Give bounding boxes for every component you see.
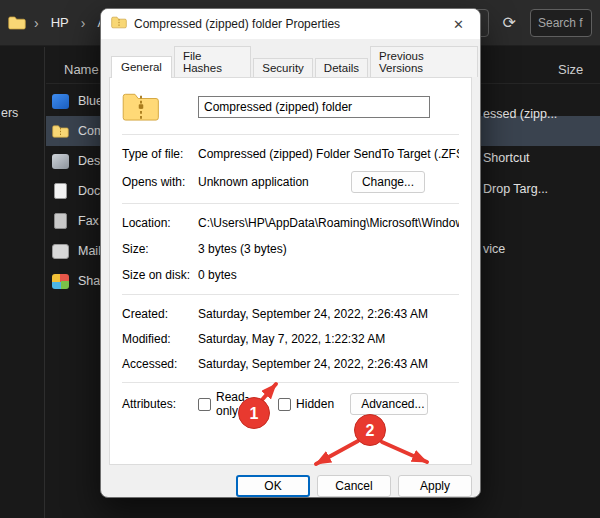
cancel-button[interactable]: Cancel: [317, 475, 391, 497]
column-header-size[interactable]: Size: [558, 62, 583, 77]
dialog-footer: OK Cancel Apply: [101, 465, 480, 498]
properties-dialog: Compressed (zipped) folder Properties ✕ …: [100, 8, 481, 498]
search-text: Search f: [538, 16, 583, 30]
sidebar-item-fragment[interactable]: ers: [1, 106, 18, 120]
sharex-icon: [52, 274, 69, 289]
filename-input[interactable]: [198, 96, 430, 118]
field-row-location: Location: C:\Users\HP\AppData\Roaming\Mi…: [122, 210, 459, 236]
field-row-opens-with: Opens with: Unknown application Change..…: [122, 167, 459, 197]
hidden-checkbox[interactable]: [278, 398, 291, 411]
tab-file-hashes[interactable]: File Hashes: [174, 46, 251, 77]
field-row-size-on-disk: Size on disk: 0 bytes: [122, 262, 459, 288]
mail-icon: [52, 244, 69, 259]
change-button[interactable]: Change...: [351, 171, 425, 193]
apply-button[interactable]: Apply: [398, 475, 472, 497]
field-value: Saturday, September 24, 2022, 2:26:43 AM: [198, 357, 459, 371]
field-value: 3 bytes (3 bytes): [198, 242, 459, 256]
tab-details[interactable]: Details: [315, 58, 368, 77]
filename-row: [122, 86, 459, 128]
field-label: Created:: [122, 307, 198, 321]
bluetooth-icon: [52, 94, 69, 109]
field-value: Saturday, May 7, 2022, 1:22:32 AM: [198, 332, 459, 346]
field-value: 0 bytes: [198, 268, 459, 282]
field-row-modified: Modified: Saturday, May 7, 2022, 1:22:32…: [122, 326, 459, 351]
tab-general[interactable]: General: [111, 56, 172, 78]
fax-icon: [54, 213, 67, 229]
tab-security[interactable]: Security: [253, 58, 313, 77]
field-label: Modified:: [122, 332, 198, 346]
tab-previous-versions[interactable]: Previous Versions: [370, 46, 478, 77]
desktop-icon: [52, 154, 69, 169]
dialog-title: Compressed (zipped) folder Properties: [134, 17, 447, 31]
attributes-row: Attributes: Read-only Hidden Advanced...: [122, 389, 459, 419]
field-row-type: Type of file: Compressed (zipped) Folder…: [122, 141, 459, 167]
field-label: Size on disk:: [122, 268, 198, 282]
tab-strip: General File Hashes Security Details Pre…: [101, 46, 480, 77]
folder-icon: [8, 16, 26, 30]
divider: [122, 294, 459, 295]
file-type-fragment: Shortcut: [483, 151, 530, 165]
read-only-checkbox-group[interactable]: Read-only: [198, 390, 262, 418]
field-row-size: Size: 3 bytes (3 bytes): [122, 236, 459, 262]
field-label: Opens with:: [122, 175, 198, 189]
checkbox-label: Read-only: [216, 390, 262, 418]
advanced-button[interactable]: Advanced...: [350, 393, 428, 415]
field-row-created: Created: Saturday, September 24, 2022, 2…: [122, 301, 459, 326]
field-label: Location:: [122, 216, 198, 230]
ok-button[interactable]: OK: [236, 475, 310, 497]
field-value: Unknown application: [198, 175, 309, 189]
hidden-checkbox-group[interactable]: Hidden: [278, 397, 334, 411]
field-label: Attributes:: [122, 397, 198, 411]
refresh-button[interactable]: ⟳: [499, 11, 520, 34]
zip-folder-icon: [122, 91, 198, 124]
document-icon: [54, 183, 67, 199]
field-row-accessed: Accessed: Saturday, September 24, 2022, …: [122, 351, 459, 376]
zip-folder-icon: [52, 124, 69, 139]
breadcrumb-chevron-icon: ›: [79, 15, 88, 31]
field-label: Type of file:: [122, 147, 198, 161]
divider: [122, 382, 459, 383]
column-header-name[interactable]: Name: [64, 62, 99, 77]
breadcrumb-chevron-icon: ›: [32, 15, 41, 31]
file-type-fragment: Drop Targ...: [483, 182, 548, 196]
field-label: Accessed:: [122, 357, 198, 371]
file-type-fragment: essed (zipp...: [483, 107, 557, 121]
field-value: Saturday, September 24, 2022, 2:26:43 AM: [198, 307, 459, 321]
zip-folder-icon: [111, 16, 127, 32]
divider: [122, 134, 459, 135]
checkbox-label: Hidden: [296, 397, 334, 411]
field-value: Compressed (zipped) Folder SendTo Target…: [198, 147, 459, 161]
field-value: C:\Users\HP\AppData\Roaming\Microsoft\Wi…: [198, 216, 459, 230]
dialog-titlebar: Compressed (zipped) folder Properties ✕: [101, 9, 480, 39]
general-tab-page: Type of file: Compressed (zipped) Folder…: [109, 77, 472, 465]
file-type-fragment: vice: [483, 242, 505, 256]
search-input[interactable]: Search f: [530, 9, 592, 37]
breadcrumb-item-hp[interactable]: HP: [47, 13, 73, 32]
divider: [122, 203, 459, 204]
field-label: Size:: [122, 242, 198, 256]
close-icon[interactable]: ✕: [447, 15, 470, 34]
read-only-checkbox[interactable]: [198, 398, 211, 411]
